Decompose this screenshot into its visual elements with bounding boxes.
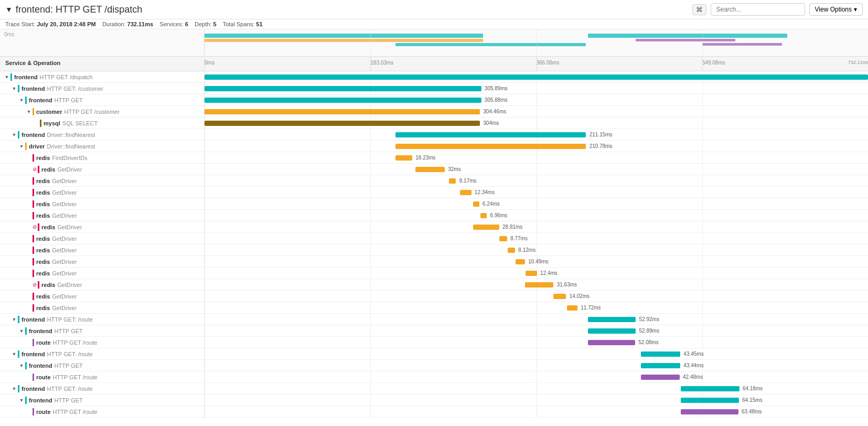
grid-line <box>702 279 703 291</box>
service-cell: ▼frontendDriver::findNearest <box>0 129 205 141</box>
service-name: route <box>36 374 51 380</box>
expand-icon[interactable] <box>33 120 40 127</box>
view-options-button[interactable]: View Options ▾ <box>809 3 863 16</box>
span-bar <box>588 317 636 322</box>
expand-icon[interactable] <box>25 189 33 196</box>
expand-icon[interactable] <box>25 200 33 208</box>
table-row[interactable]: redisGetDriver8.17ms <box>0 175 868 187</box>
expand-icon[interactable] <box>25 339 33 346</box>
table-row[interactable]: redisGetDriver8.77ms <box>0 233 868 244</box>
table-row[interactable]: routeHTTP GET /route63.48ms <box>0 406 868 418</box>
collapse-icon[interactable]: ▼ <box>5 5 13 14</box>
overview-chart[interactable] <box>205 29 868 56</box>
table-row[interactable]: ⊘redisGetDriver32ms <box>0 164 868 175</box>
service-name: frontend <box>22 86 45 92</box>
expand-icon[interactable] <box>25 247 33 254</box>
table-row[interactable]: redisGetDriver12.4ms <box>0 268 868 279</box>
expand-icon[interactable]: ▼ <box>10 85 18 92</box>
table-row[interactable]: ⊘redisGetDriver31.63ms <box>0 279 868 291</box>
expand-icon[interactable]: ▼ <box>10 385 18 392</box>
service-dot <box>33 339 34 346</box>
expand-icon[interactable] <box>25 154 33 162</box>
table-row[interactable]: ▼frontendHTTP GET: /route43.45ms <box>0 348 868 360</box>
timeline-cell: 32ms <box>205 164 868 175</box>
expand-icon[interactable]: ▼ <box>3 73 10 81</box>
expand-icon[interactable]: ▼ <box>18 97 25 104</box>
operation-name: GetDriver <box>52 293 77 300</box>
table-row[interactable]: ⊘redisGetDriver28.81ms <box>0 221 868 233</box>
span-bar <box>415 167 445 172</box>
span-duration-label: 52.89ms <box>639 328 659 334</box>
expand-icon[interactable] <box>25 374 33 381</box>
operation-name: Driver::findNearest <box>47 143 95 150</box>
table-row[interactable]: ▼frontendHTTP GET305.88ms <box>0 94 868 106</box>
table-row[interactable]: redisGetDriver6.24ms <box>0 198 868 210</box>
table-row[interactable]: mysqlSQL SELECT304ms <box>0 118 868 129</box>
expand-icon[interactable]: ▼ <box>10 350 18 358</box>
operation-name: GetDriver <box>57 282 82 288</box>
expand-icon[interactable] <box>25 223 33 231</box>
service-dot <box>33 408 34 416</box>
table-row[interactable]: ▼frontendHTTP GET52.89ms <box>0 325 868 337</box>
trace-start-value: July 20, 2018 2:48 PM <box>37 21 96 27</box>
table-row[interactable]: ▼frontendHTTP GET43.44ms <box>0 360 868 371</box>
table-row[interactable]: ▼frontendHTTP GET: /route64.18ms <box>0 383 868 395</box>
expand-icon[interactable] <box>25 177 33 185</box>
expand-icon[interactable] <box>25 304 33 312</box>
table-row[interactable]: redisGetDriver11.72ms <box>0 302 868 314</box>
expand-icon[interactable] <box>25 270 33 277</box>
service-col-header: Service & Operation <box>0 57 205 71</box>
span-bar <box>395 144 586 149</box>
service-dot <box>33 258 34 265</box>
search-input[interactable] <box>711 3 805 16</box>
service-dot <box>18 385 19 392</box>
table-row[interactable]: ▼frontendHTTP GET: /customer305.89ms <box>0 83 868 94</box>
table-row[interactable]: ▼frontendHTTP GET /dispatch <box>0 71 868 83</box>
service-cell: ▼frontendHTTP GET <box>0 94 205 106</box>
table-row[interactable]: redisGetDriver8.12ms <box>0 244 868 256</box>
table-row[interactable]: ▼customerHTTP GET /customer304.46ms <box>0 106 868 118</box>
expand-icon[interactable]: ▼ <box>18 397 25 404</box>
service-name: redis <box>41 224 55 230</box>
expand-icon[interactable] <box>25 258 33 265</box>
expand-icon[interactable] <box>25 166 33 173</box>
table-row[interactable]: redisGetDriver6.96ms <box>0 210 868 221</box>
timeline-cell: 210.78ms <box>205 141 868 152</box>
expand-icon[interactable]: ▼ <box>18 327 25 335</box>
span-bar <box>681 409 738 414</box>
operation-name: HTTP GET /customer <box>65 109 120 115</box>
operation-name: HTTP GET: /route <box>47 386 93 392</box>
table-row[interactable]: redisGetDriver12.34ms <box>0 187 868 198</box>
tick-0ms: 0ms <box>205 60 215 66</box>
grid-line <box>370 279 371 291</box>
expand-icon[interactable] <box>25 212 33 219</box>
table-row[interactable]: ▼frontendHTTP GET: /route52.92ms <box>0 314 868 325</box>
table-row[interactable]: ▼frontendHTTP GET64.15ms <box>0 395 868 406</box>
expand-icon[interactable] <box>25 235 33 242</box>
tick-183ms: 183.03ms <box>370 60 393 66</box>
expand-icon[interactable]: ▼ <box>10 316 18 323</box>
table-row[interactable]: ▼frontendDriver::findNearest211.15ms <box>0 129 868 141</box>
service-dot <box>33 247 34 254</box>
span-duration-label: 63.48ms <box>742 409 762 414</box>
service-name: frontend <box>22 316 45 323</box>
expand-icon[interactable]: ▼ <box>25 108 33 115</box>
table-row[interactable]: redisFindDriverIDs18.23ms <box>0 152 868 164</box>
expand-icon[interactable] <box>25 293 33 300</box>
table-row[interactable]: routeHTTP GET /route42.48ms <box>0 371 868 383</box>
span-bar <box>681 386 739 391</box>
table-row[interactable]: routeHTTP GET /route52.08ms <box>0 337 868 348</box>
expand-icon[interactable]: ▼ <box>18 362 25 369</box>
table-row[interactable]: ▼driverDriver::findNearest210.78ms <box>0 141 868 152</box>
table-row[interactable]: redisGetDriver10.49ms <box>0 256 868 268</box>
expand-icon[interactable] <box>25 408 33 416</box>
spans-container: ▼frontendHTTP GET /dispatch▼frontendHTTP… <box>0 71 868 424</box>
operation-name: HTTP GET: /route <box>47 351 93 357</box>
expand-icon[interactable]: ▼ <box>18 143 25 150</box>
span-duration-label: 6.96ms <box>490 212 508 218</box>
span-duration-label: 43.45ms <box>683 351 703 357</box>
expand-icon[interactable]: ▼ <box>10 131 18 139</box>
keyboard-shortcut-button[interactable]: ⌘ <box>692 4 706 15</box>
expand-icon[interactable] <box>25 281 33 289</box>
table-row[interactable]: redisGetDriver14.02ms <box>0 291 868 302</box>
